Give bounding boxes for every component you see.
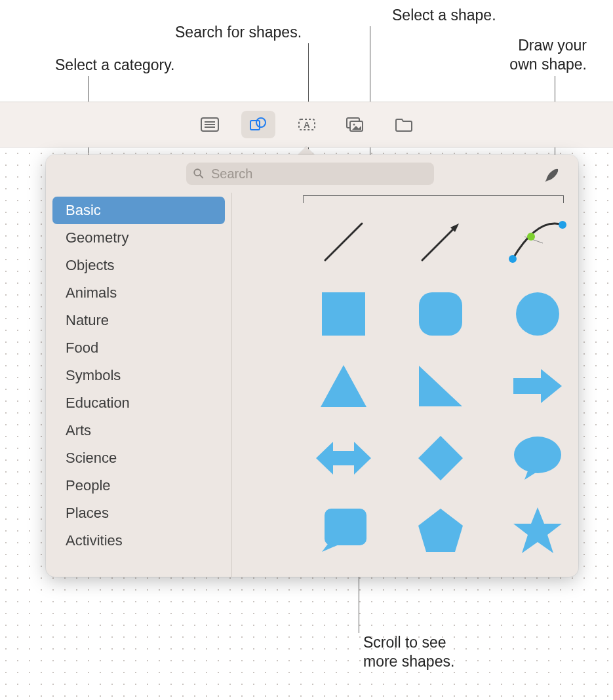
sidebar-item-label: Nature	[66, 312, 109, 329]
sidebar-item-label: Activities	[66, 532, 123, 549]
category-sidebar: Basic Geometry Objects Animals Nature Fo…	[46, 193, 232, 577]
svg-marker-33	[513, 507, 562, 553]
svg-marker-27	[418, 436, 463, 480]
svg-marker-23	[321, 365, 366, 407]
svg-point-22	[516, 292, 559, 336]
sidebar-item-nature[interactable]: Nature	[52, 307, 225, 334]
sidebar-item-label: Geometry	[66, 229, 129, 246]
shapes-area	[232, 193, 578, 577]
media-icon[interactable]	[338, 111, 372, 138]
search-field-wrap[interactable]	[186, 163, 434, 185]
sidebar-item-symbols[interactable]: Symbols	[52, 362, 225, 389]
shape-arrow-right[interactable]	[489, 350, 578, 422]
shape-diamond[interactable]	[392, 422, 489, 494]
textbox-icon[interactable]: A	[290, 111, 324, 138]
sidebar-item-objects[interactable]: Objects	[52, 252, 225, 279]
sidebar-item-label: Science	[66, 450, 117, 467]
sidebar-item-science[interactable]: Science	[52, 444, 225, 472]
draw-shape-button[interactable]	[540, 164, 564, 185]
svg-line-12	[200, 175, 203, 178]
svg-text:A: A	[304, 120, 310, 130]
shapes-grid	[295, 206, 578, 566]
svg-rect-21	[419, 292, 462, 336]
svg-point-19	[527, 233, 535, 241]
svg-marker-26	[316, 442, 371, 475]
callout-select-shape: Select a shape.	[392, 6, 496, 25]
sidebar-item-label: Objects	[66, 257, 115, 274]
shape-curve-editor[interactable]	[489, 206, 578, 278]
shapes-icon[interactable]	[241, 111, 275, 138]
popover-header	[46, 155, 578, 193]
svg-marker-24	[419, 366, 462, 406]
svg-point-28	[514, 437, 561, 473]
shape-callout-box[interactable]	[295, 494, 392, 566]
shape-bracket	[303, 195, 564, 203]
svg-rect-20	[322, 292, 365, 336]
sidebar-item-arts[interactable]: Arts	[52, 417, 225, 444]
shape-pentagon[interactable]	[392, 494, 489, 566]
shapes-popover: Basic Geometry Objects Animals Nature Fo…	[46, 155, 578, 577]
sidebar-item-activities[interactable]: Activities	[52, 527, 225, 554]
sidebar-item-label: Symbols	[66, 367, 121, 384]
sidebar-item-label: Places	[66, 505, 109, 522]
folder-icon[interactable]	[387, 111, 421, 138]
shape-arrow-left-right[interactable]	[295, 422, 392, 494]
svg-rect-30	[325, 509, 366, 545]
callout-draw-shape: Draw your own shape.	[509, 36, 587, 74]
svg-point-18	[559, 221, 566, 229]
callout-search-shapes: Search for shapes.	[175, 23, 302, 42]
shape-speech-bubble[interactable]	[489, 422, 578, 494]
svg-marker-25	[513, 369, 562, 403]
shape-star[interactable]	[489, 494, 578, 566]
search-input[interactable]	[210, 166, 427, 182]
popover-pointer	[298, 146, 315, 155]
svg-point-5	[256, 118, 266, 127]
shape-line[interactable]	[295, 206, 392, 278]
shape-right-triangle[interactable]	[392, 350, 489, 422]
sidebar-item-basic[interactable]: Basic	[52, 197, 225, 224]
shape-square[interactable]	[295, 278, 392, 350]
sidebar-item-label: People	[66, 477, 111, 494]
sidebar-item-label: Arts	[66, 422, 91, 439]
callout-select-category: Select a category.	[55, 56, 174, 75]
sidebar-item-places[interactable]: Places	[52, 499, 225, 527]
svg-rect-4	[250, 121, 260, 130]
popover-body: Basic Geometry Objects Animals Nature Fo…	[46, 193, 578, 577]
svg-point-17	[509, 255, 517, 263]
main-toolbar: A	[0, 102, 613, 147]
svg-line-13	[325, 224, 362, 260]
sidebar-item-geometry[interactable]: Geometry	[52, 224, 225, 252]
list-icon[interactable]	[193, 111, 227, 138]
sidebar-item-food[interactable]: Food	[52, 334, 225, 362]
sidebar-item-label: Education	[66, 395, 130, 412]
sidebar-item-label: Basic	[66, 202, 101, 219]
sidebar-item-education[interactable]: Education	[52, 389, 225, 417]
shape-rounded-square[interactable]	[392, 278, 489, 350]
sidebar-item-label: Food	[66, 340, 98, 357]
svg-line-14	[422, 227, 455, 260]
shape-arrow-line[interactable]	[392, 206, 489, 278]
pen-icon	[543, 166, 561, 182]
svg-point-10	[353, 124, 355, 126]
sidebar-item-label: Animals	[66, 284, 117, 301]
sidebar-item-animals[interactable]: Animals	[52, 279, 225, 307]
svg-marker-32	[418, 509, 463, 552]
sidebar-item-people[interactable]: People	[52, 472, 225, 499]
shape-circle[interactable]	[489, 278, 578, 350]
search-icon	[193, 168, 205, 180]
shape-triangle[interactable]	[295, 350, 392, 422]
